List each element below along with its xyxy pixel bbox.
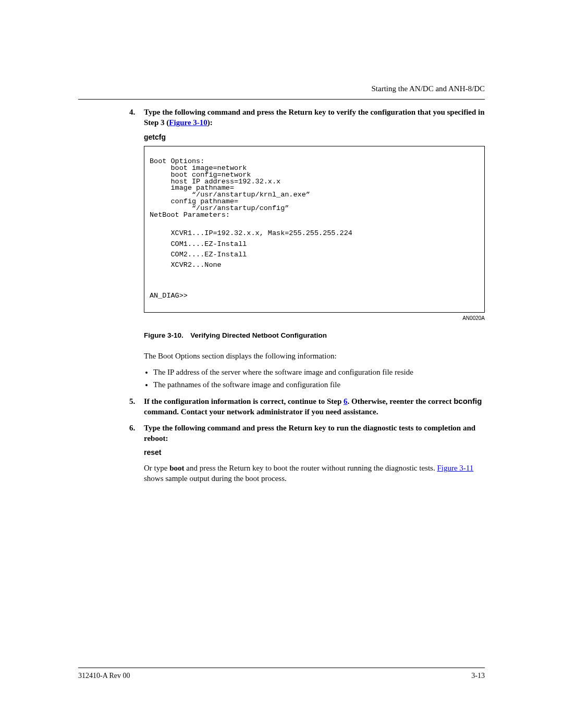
step-5-text-c: command. Contact your network administra… [144,408,378,416]
bullet-item: The pathnames of the software image and … [153,379,485,390]
link-figure-3-11[interactable]: Figure 3-11 [437,464,473,472]
running-header: Starting the AN/DC and ANH-8/DC [78,83,485,94]
figure-small-id: AN0020A [144,315,485,322]
bullet-list: The IP address of the server where the s… [144,367,485,390]
terminal-line: XCVR2...None [150,261,222,269]
step-5-cmd-word: bconfig [454,397,482,405]
p2-text-c: shows sample output during the boot proc… [144,474,287,483]
paragraph-boot-alt: Or type boot and press the Return key to… [144,463,485,484]
terminal-prompt: AN_DIAG>> [150,292,188,300]
footer-doc-id: 312410-A Rev 00 [78,671,130,681]
boot-keyword: boot [169,464,184,472]
step-5-text-a: If the configuration information is corr… [144,397,344,405]
link-step-6[interactable]: 6 [344,397,348,405]
step-number: 6. [129,423,135,433]
command-reset: reset [144,448,485,458]
footer-rule [78,668,485,668]
paragraph-boot-options-intro: The Boot Options section displays the fo… [144,351,485,361]
step-4: 4. Type the following command and press … [129,107,485,128]
step-4-text: Type the following command and press the… [144,108,485,127]
terminal-group-1: Boot Options: boot image=network boot co… [150,158,479,218]
step-list-cont: 5. If the configuration information is c… [129,396,485,443]
header-rule [78,99,485,100]
terminal-line: NetBoot Parameters: [150,211,230,219]
step-4-paren-close: ): [207,118,213,127]
terminal-line: COM2....EZ-Install [150,251,247,258]
footer-row: 312410-A Rev 00 3-13 [78,671,485,681]
step-5-text: If the configuration information is corr… [144,397,482,416]
step-6: 6. Type the following command and press … [129,423,485,444]
figure-caption: Figure 3-10. Verifying Directed Netboot … [144,331,485,340]
step-6-text: Type the following command and press the… [144,424,475,442]
terminal-group-2: XCVR1...IP=192.32.x.x, Mask=255.255.255.… [150,228,479,270]
step-5: 5. If the configuration information is c… [129,396,485,417]
step-number: 4. [129,107,135,117]
terminal-blank [150,278,479,285]
page-footer: 312410-A Rev 00 3-13 [78,668,485,681]
p2-text-a: Or type [144,464,169,472]
command-getcfg: getcfg [144,132,485,142]
terminal-line: XCVR1...IP=192.32.x.x, Mask=255.255.255.… [150,229,352,237]
p2-text-b: and press the Return key to boot the rou… [185,464,437,472]
step-list: 4. Type the following command and press … [129,107,485,128]
bullet-item: The IP address of the server where the s… [153,367,485,377]
step-5-text-b: . Otherwise, reenter the correct [348,397,454,405]
content-area: 4. Type the following command and press … [129,107,485,489]
step-number: 5. [129,396,135,406]
page: Starting the AN/DC and ANH-8/DC 4. Type … [0,0,563,728]
terminal-line: COM1....EZ-Install [150,240,247,248]
footer-page-number: 3-13 [471,671,485,681]
link-figure-3-10[interactable]: Figure 3-10 [169,118,207,127]
terminal-output-box: Boot Options: boot image=network boot co… [144,146,485,312]
